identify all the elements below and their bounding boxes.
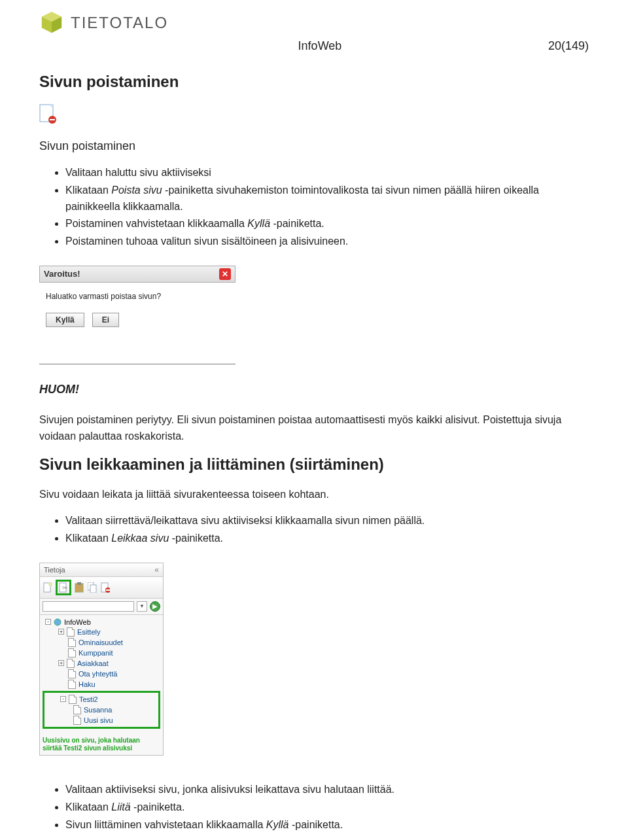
note-heading: HUOM! xyxy=(39,383,589,396)
list-text: Sivun liittäminen vahvistetaan klikkaama… xyxy=(65,819,266,830)
list-text: -painiketta. xyxy=(270,218,324,229)
tree-item[interactable]: Kumppanit xyxy=(43,648,160,658)
section-cut-intro: Sivu voidaan leikata ja liittää sivurake… xyxy=(39,487,589,503)
cube-icon xyxy=(39,10,64,35)
list-em: Poista sivu xyxy=(111,184,162,196)
cut-page-icon[interactable]: ✂ xyxy=(58,582,69,593)
tree-label: Susanna xyxy=(84,706,112,714)
delete-page-icon xyxy=(39,104,589,126)
list-em: Leikkaa sivu xyxy=(111,533,169,544)
dialog-title: Varoitus! xyxy=(44,269,80,279)
search-go-button[interactable]: ▶ xyxy=(150,601,160,612)
header-page-number: 20(149) xyxy=(548,39,589,53)
tree-label: Esittely xyxy=(77,628,100,636)
list-item: Klikataan Poista sivu -painiketta sivuha… xyxy=(65,183,589,215)
page-header: InfoWeb 20(149) xyxy=(39,39,589,53)
close-icon[interactable]: ✕ xyxy=(219,268,231,280)
delete-page-icon[interactable] xyxy=(100,582,111,593)
cut-steps-list: Valitaan siirrettävä/leikattava sivu akt… xyxy=(65,513,589,547)
list-item: Valitaan haluttu sivu aktiiviseksi xyxy=(65,165,589,181)
list-item: Poistaminen tuhoaa valitun sivun sisältö… xyxy=(65,234,589,250)
no-button[interactable]: Ei xyxy=(92,313,119,327)
panel-toolbar: ✂ xyxy=(40,577,163,599)
svg-text:✂: ✂ xyxy=(62,584,67,591)
header-center-title: InfoWeb xyxy=(92,39,548,53)
tree-label: Kumppanit xyxy=(78,649,113,657)
tree-item[interactable]: Susanna xyxy=(44,705,158,715)
search-input[interactable] xyxy=(43,601,134,612)
collapse-toggle-icon[interactable]: - xyxy=(45,619,51,625)
list-em: Kyllä xyxy=(247,218,270,229)
tree-label: Haku xyxy=(78,680,96,688)
tree-item[interactable]: Uusi sivu xyxy=(44,715,158,726)
list-em: Liitä xyxy=(111,801,130,813)
delete-steps-list: Valitaan haluttu sivu aktiiviseksi Klika… xyxy=(65,165,589,250)
list-text: Valitaan aktiiviseksi sivu, jonka alisiv… xyxy=(65,784,394,795)
list-item: Valitaan aktiiviseksi sivu, jonka alisiv… xyxy=(65,782,589,798)
list-text: Klikataan xyxy=(65,184,111,196)
svg-point-18 xyxy=(54,619,61,625)
list-em: Kyllä xyxy=(266,819,289,830)
list-item: Klikataan Liitä -painiketta. xyxy=(65,799,589,816)
tree-item[interactable]: + Esittely xyxy=(43,627,160,637)
tree-highlight-box: - Testi2 Susanna Uusi sivu xyxy=(43,691,160,729)
svg-rect-17 xyxy=(106,589,110,591)
tree-item[interactable]: - Testi2 xyxy=(44,694,158,705)
tree-label: Uusi sivu xyxy=(84,716,113,724)
new-page-icon[interactable] xyxy=(43,582,53,593)
svg-rect-14 xyxy=(90,585,96,593)
list-item: Valitaan siirrettävä/leikattava sivu akt… xyxy=(65,513,589,529)
list-text: Poistaminen vahvistetaan klikkaamalla xyxy=(65,218,247,229)
yes-button[interactable]: Kyllä xyxy=(46,313,84,327)
tree-item[interactable]: Haku xyxy=(43,679,160,690)
paste-page-icon[interactable] xyxy=(74,582,84,593)
panel-title-text: Tietoja xyxy=(44,566,65,574)
tree-item[interactable]: + Asiakkaat xyxy=(43,658,160,669)
sitemap-panel: Tietoja « ✂ ▼ ▶ - InfoWeb xyxy=(39,563,164,756)
list-item: Klikataan Leikkaa sivu -painiketta. xyxy=(65,531,589,547)
section-cut-title: Sivun leikkaaminen ja liittäminen (siirt… xyxy=(39,455,589,474)
list-text: -painiketta. xyxy=(289,819,343,830)
section-delete-title: Sivun poistaminen xyxy=(39,73,589,91)
dialog-body: Haluatko varmasti poistaa sivun? Kyllä E… xyxy=(39,283,236,338)
brand-name: TIETOTALO xyxy=(71,14,168,32)
list-text: -painiketta. xyxy=(131,801,185,813)
page-icon xyxy=(73,716,81,725)
globe-icon xyxy=(54,618,61,626)
tree-label: Ominaisuudet xyxy=(78,639,123,646)
tree-label: Asiakkaat xyxy=(77,659,109,667)
warning-dialog: Varoitus! ✕ Haluatko varmasti poistaa si… xyxy=(39,266,236,338)
expand-toggle-icon[interactable]: + xyxy=(58,660,64,666)
svg-point-8 xyxy=(48,582,52,586)
panel-caption: Uusisivu on sivu, joka halutaan siirtää … xyxy=(40,734,163,755)
copy-page-icon[interactable] xyxy=(87,582,97,593)
panel-search-row: ▼ ▶ xyxy=(40,599,163,615)
dropdown-icon[interactable]: ▼ xyxy=(137,601,147,612)
page-icon xyxy=(68,680,76,689)
list-text: Valitaan siirrettävä/leikattava sivu akt… xyxy=(65,515,425,526)
tree-label: Ota yhteyttä xyxy=(78,670,117,678)
separator xyxy=(39,364,236,364)
list-text: Valitaan haluttu sivu aktiiviseksi xyxy=(65,167,211,178)
collapse-toggle-icon[interactable]: - xyxy=(60,696,66,702)
section-delete-subtitle: Sivun poistaminen xyxy=(39,139,589,153)
note-body: Sivujen poistaminen periytyy. Eli sivun … xyxy=(39,412,589,445)
brand-logo: TIETOTALO xyxy=(39,10,589,35)
dialog-message: Haluatko varmasti poistaa sivun? xyxy=(46,292,229,301)
page-icon xyxy=(68,638,76,647)
paste-steps-list: Valitaan aktiiviseksi sivu, jonka alisiv… xyxy=(65,782,589,833)
tree-root[interactable]: - InfoWeb xyxy=(43,618,160,627)
dialog-titlebar: Varoitus! ✕ xyxy=(39,266,236,283)
tree-label: Testi2 xyxy=(79,695,98,703)
tree-item[interactable]: Ota yhteyttä xyxy=(43,669,160,679)
expand-toggle-icon[interactable]: + xyxy=(58,629,64,635)
page-icon xyxy=(69,695,77,704)
page-icon xyxy=(73,705,81,714)
site-tree: - InfoWeb + Esittely Ominaisuudet Kumppa… xyxy=(40,615,163,734)
tree-item[interactable]: Ominaisuudet xyxy=(43,637,160,648)
panel-titlebar: Tietoja « xyxy=(40,563,163,577)
page-icon xyxy=(68,669,76,678)
list-text: Poistaminen tuhoaa valitun sivun sisältö… xyxy=(65,236,348,247)
collapse-icon[interactable]: « xyxy=(154,565,159,574)
tree-label: InfoWeb xyxy=(64,618,91,626)
